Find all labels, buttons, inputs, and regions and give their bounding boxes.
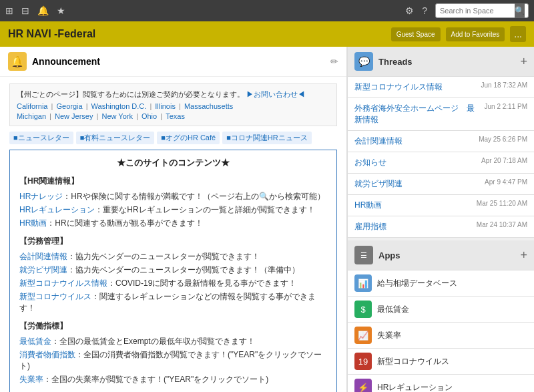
- indicator-item-3: 失業率：全国の失業率が閲覧できます！("YEAR"をクリックでソート): [19, 374, 327, 385]
- top-nav: ⊞ ⊟ 🔔 ★ ⚙ ? 🔍: [0, 0, 534, 21]
- app-item[interactable]: 📊 給与相場データベース: [348, 270, 534, 297]
- app-item[interactable]: 📈 失業率: [348, 323, 534, 349]
- state-notice: 【州ごとのページ】閲覧するためには別途ご契約が必要となります。 ▶お問い合わせ◀…: [9, 83, 337, 126]
- nav-link-newsletter[interactable]: ■ニュースレター: [9, 132, 73, 144]
- announcement-title: Announcement: [32, 56, 330, 67]
- app-item[interactable]: 19 新型コロナウイルス: [348, 349, 534, 375]
- apps-header: ☰ Apps +: [348, 240, 534, 270]
- section-labor: 【労務管理】: [19, 236, 327, 247]
- threads-header: 💬 Threads +: [348, 47, 534, 77]
- app-item[interactable]: $ 最低賃金: [348, 297, 534, 323]
- link-min-wage[interactable]: 最低賃金：全国の最低賃金とExemptの最低年収が閲覧できます！: [19, 336, 327, 347]
- left-panel: 🔔 Announcement ✏ 【州ごとのページ】閲覧するためには別途ご契約が…: [0, 47, 347, 392]
- link-visa[interactable]: 就労ビザ関連：協力先ベンダーのニュースレターが閲覧できます！（準備中）: [19, 264, 327, 276]
- hr-item-1: HRナレッジ：HRや保険に関する情報が満載です！（ページ右上の🔍から検索可能）: [19, 191, 327, 202]
- threads-title: Threads: [378, 57, 520, 67]
- threads-add-button[interactable]: +: [520, 55, 527, 67]
- content-box: ★このサイトのコンテンツ★ 【HR関連情報】 HRナレッジ：HRや保険に関する情…: [9, 150, 337, 392]
- apps-section: ☰ Apps + 📊 給与相場データベース $ 最低賃金 📈 失業率 19 新型…: [348, 240, 534, 392]
- state-link-newjersey[interactable]: New Jersey: [55, 112, 93, 120]
- link-cpi[interactable]: 消費者物価指数：全国の消費者物価指数が閲覧できます！("YEAR"をクリックでソ…: [19, 349, 327, 372]
- thread-item[interactable]: 外務省海外安全ホームページ 最新情報 Jun 2 2:11 PM: [348, 98, 534, 131]
- link-hr-regulation[interactable]: HRレギュレーション：重要なHRレギュレーションの一覧と詳細が閲覧できます！: [19, 204, 327, 216]
- thread-item[interactable]: お知らせ Apr 20 7:18 AM: [348, 152, 534, 174]
- page-title: HR NAVI -Federal: [8, 28, 391, 40]
- state-notice-text: 【州ごとのページ】閲覧するためには別途ご契約が必要となります。 ▶お問い合わせ◀: [17, 89, 330, 100]
- state-link-washington[interactable]: Washington D.C.: [91, 102, 147, 110]
- more-button[interactable]: ...: [510, 26, 526, 42]
- search-box: 🔍: [435, 3, 529, 18]
- guest-space-button[interactable]: Guest Space: [391, 27, 441, 41]
- labor-item-3: 新型コロナウイルス情報：COVID-19に関する最新情報を見る事ができます！: [19, 278, 327, 289]
- link-unemployment[interactable]: 失業率：全国の失業率が閲覧できます！("YEAR"をクリックでソート): [19, 374, 327, 385]
- home-icon[interactable]: ⊞: [5, 5, 13, 16]
- link-corona-info[interactable]: 新型コロナウイルス情報：COVID-19に関する最新情報を見る事ができます！: [19, 278, 327, 289]
- threads-icon: 💬: [354, 52, 373, 71]
- thread-item[interactable]: 会計関連情報 May 25 6:26 PM: [348, 131, 534, 152]
- nav-links: ■ニュースレター ■有料ニュースレター ■オグのHR Café ■コロナ関連HR…: [9, 132, 337, 144]
- star-icon[interactable]: ★: [57, 5, 65, 16]
- search-button[interactable]: 🔍: [515, 3, 525, 18]
- apps-title: Apps: [378, 250, 520, 260]
- link-corona-reg[interactable]: 新型コロナウイルス：関連するレギュレーションなどの情報を閲覧する事ができます！: [19, 291, 327, 314]
- hr-items: HRナレッジ：HRや保険に関する情報が満載です！（ページ右上の🔍から検索可能） …: [19, 191, 327, 229]
- bell-icon[interactable]: 🔔: [37, 5, 49, 16]
- indicator-item-1: 最低賃金：全国の最低賃金とExemptの最低年収が閲覧できます！: [19, 336, 327, 347]
- right-panel: 💬 Threads + 新型コロナウイルス情報 Jun 18 7:32 AM 外…: [347, 47, 534, 392]
- state-link-illinois[interactable]: Illinois: [155, 102, 176, 110]
- labor-item-1: 会計関連情報：協力先ベンダーのニュースレターが閲覧できます！: [19, 251, 327, 262]
- state-link-california[interactable]: California: [17, 102, 47, 110]
- state-link-ohio[interactable]: Ohio: [142, 112, 157, 120]
- header-bar: HR NAVI -Federal Guest Space Add to Favo…: [0, 21, 534, 47]
- section-indicators: 【労働指標】: [19, 321, 327, 332]
- link-hr-video[interactable]: HR動画：HRに関連する動画が観る事ができます！: [19, 218, 327, 229]
- content-title: ★このサイトのコンテンツ★: [19, 157, 327, 169]
- indicator-item-2: 消費者物価指数：全国の消費者物価指数が閲覧できます！("YEAR"をクリックでソ…: [19, 349, 327, 372]
- link-accounting[interactable]: 会計関連情報：協力先ベンダーのニュースレターが閲覧できます！: [19, 251, 327, 262]
- help-icon[interactable]: ?: [422, 5, 427, 16]
- thread-item[interactable]: 雇用指標 Mar 24 10:37 AM: [348, 216, 534, 238]
- apps-add-button[interactable]: +: [520, 249, 527, 261]
- labor-item-2: 就労ビザ関連：協力先ベンダーのニュースレターが閲覧できます！（準備中）: [19, 264, 327, 276]
- state-link-georgia[interactable]: Georgia: [56, 102, 82, 110]
- thread-item[interactable]: HR動画 Mar 25 11:20 AM: [348, 195, 534, 216]
- grid-icon[interactable]: ⊟: [21, 5, 29, 16]
- state-link-massachusetts[interactable]: Massachusetts: [184, 102, 233, 110]
- nav-link-hr-cafe[interactable]: ■オグのHR Café: [157, 132, 220, 144]
- nav-link-corona-hr[interactable]: ■コロナ関連HRニュース: [222, 132, 312, 144]
- apps-list: 📊 給与相場データベース $ 最低賃金 📈 失業率 19 新型コロナウイルス ⚡…: [348, 270, 534, 392]
- search-input[interactable]: [440, 7, 513, 15]
- indicator-items: 最低賃金：全国の最低賃金とExemptの最低年収が閲覧できます！ 消費者物価指数…: [19, 336, 327, 385]
- announcement-header: 🔔 Announcement ✏: [0, 47, 346, 77]
- announcement-body: 【州ごとのページ】閲覧するためには別途ご契約が必要となります。 ▶お問い合わせ◀…: [0, 77, 346, 392]
- link-hr-knowledge[interactable]: HRナレッジ：HRや保険に関する情報が満載です！（ページ右上の🔍から検索可能）: [19, 191, 327, 202]
- apps-icon: ☰: [354, 246, 373, 264]
- state-link-newyork[interactable]: New York: [101, 112, 132, 120]
- thread-item[interactable]: 新型コロナウイルス情報 Jun 18 7:32 AM: [348, 77, 534, 98]
- nav-link-paid-newsletter[interactable]: ■有料ニュースレター: [76, 132, 155, 144]
- state-links-row2: Michigan | New Jersey | New York | Ohio …: [17, 112, 330, 120]
- state-links-row1: California | Georgia | Washington D.C. |…: [17, 102, 330, 110]
- state-link-texas[interactable]: Texas: [166, 112, 185, 120]
- hr-item-3: HR動画：HRに関連する動画が観る事ができます！: [19, 218, 327, 229]
- thread-item[interactable]: 就労ビザ関連 Apr 9 4:47 PM: [348, 174, 534, 195]
- section-hr: 【HR関連情報】: [19, 176, 327, 187]
- labor-item-4: 新型コロナウイルス：関連するレギュレーションなどの情報を閲覧する事ができます！: [19, 291, 327, 314]
- state-link-michigan[interactable]: Michigan: [17, 112, 46, 120]
- contact-link[interactable]: ▶お問い合わせ◀: [246, 90, 305, 98]
- gear-icon[interactable]: ⚙: [405, 5, 414, 16]
- labor-items: 会計関連情報：協力先ベンダーのニュースレターが閲覧できます！ 就労ビザ関連：協力…: [19, 251, 327, 314]
- app-item[interactable]: ⚡ HRレギュレーション: [348, 375, 534, 392]
- header-actions: Guest Space Add to Favorites ...: [391, 26, 526, 42]
- add-favorites-button[interactable]: Add to Favorites: [446, 27, 505, 41]
- main-layout: 🔔 Announcement ✏ 【州ごとのページ】閲覧するためには別途ご契約が…: [0, 47, 534, 392]
- hr-item-2: HRレギュレーション：重要なHRレギュレーションの一覧と詳細が閲覧できます！: [19, 204, 327, 216]
- edit-icon[interactable]: ✏: [330, 56, 338, 67]
- announcement-icon: 🔔: [8, 52, 27, 71]
- threads-list: 新型コロナウイルス情報 Jun 18 7:32 AM 外務省海外安全ホームページ…: [348, 77, 534, 238]
